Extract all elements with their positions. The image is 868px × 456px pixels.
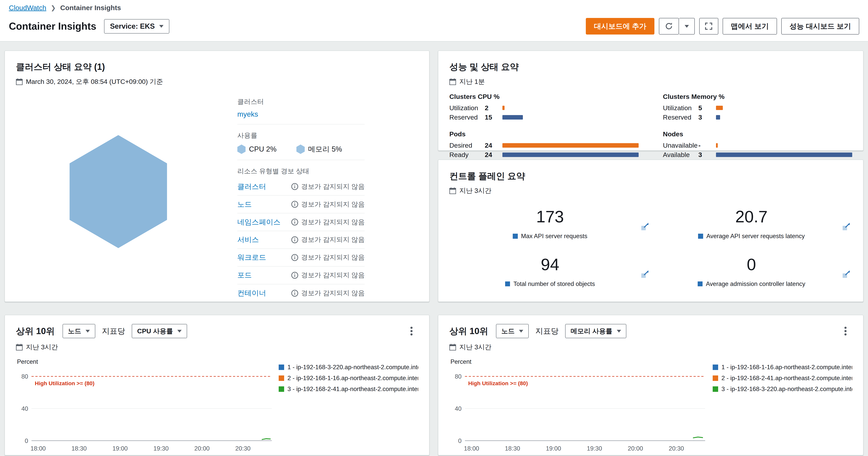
open-in-metrics-button[interactable] (641, 222, 650, 233)
resource-row: 클러스터 경보가 감지되지 않음 (237, 178, 365, 196)
refresh-button[interactable] (659, 18, 679, 34)
chart-legend: 1 - ip-192-168-1-16.ap-northeast-2.compu… (713, 357, 852, 455)
control-plane-panel: 컨트롤 플레인 요약 지난 3시간 173 Max API server req… (438, 160, 864, 302)
threshold-label: High Utilization >= (80) (35, 380, 94, 387)
alarm-status: 경보가 감지되지 않음 (291, 200, 365, 209)
resource-link[interactable]: 클러스터 (237, 182, 266, 192)
metric-legend: Average API server requests latency (664, 233, 839, 240)
x-tick: 20:00 (628, 445, 643, 452)
calendar-icon (450, 78, 456, 85)
info-circle-icon (291, 219, 298, 226)
metric-label: Reserved (663, 114, 699, 121)
divider (237, 124, 365, 124)
dimension-select[interactable]: 노드 (63, 324, 95, 338)
memory-usage-text: 메모리 5% (308, 144, 342, 154)
add-to-dashboard-button[interactable]: 대시보드에 추가 (586, 18, 654, 34)
legend-item[interactable]: 1 - ip-192-168-1-16.ap-northeast-2.compu… (713, 364, 852, 371)
performance-period: 지난 1분 (450, 77, 852, 86)
info-circle-icon (291, 290, 298, 297)
perf-row: Utilization 2 (450, 104, 639, 112)
as-of-text: March 30, 2024, 오후 08:54 (UTC+09:00) 기준 (26, 77, 163, 86)
bar-fill (502, 115, 523, 119)
metric-cell: 20.7 Average API server requests latency (651, 203, 852, 240)
metric-legend: Total number of stored objects (463, 281, 638, 287)
alarm-status-text: 경보가 감지되지 않음 (301, 235, 365, 244)
resource-link[interactable]: 컨테이너 (237, 288, 266, 298)
legend-item[interactable]: 1 - ip-192-168-3-220.ap-northeast-2.comp… (279, 364, 418, 371)
resource-link[interactable]: 포드 (237, 270, 252, 280)
perf-group-title: Nodes (663, 130, 852, 138)
legend-square-icon (713, 375, 718, 381)
dimension-select-label: 노드 (501, 327, 515, 336)
dimension-select[interactable]: 노드 (496, 324, 529, 338)
legend-square-icon (513, 234, 518, 239)
open-in-metrics-button[interactable] (842, 269, 851, 281)
legend-label: 2 - ip-192-168-2-41.ap-northeast-2.compu… (721, 375, 852, 382)
breadcrumb-cloudwatch-link[interactable]: CloudWatch (9, 4, 46, 12)
fullscreen-button[interactable] (699, 18, 718, 34)
y-tick: 0 (458, 437, 462, 444)
cluster-name-link[interactable]: myeks (237, 110, 258, 118)
resource-link[interactable]: 워크로드 (237, 253, 266, 262)
resource-row: 서비스 경보가 감지되지 않음 (237, 231, 365, 249)
resource-link[interactable]: 네임스페이스 (237, 217, 280, 227)
metric-bar (502, 106, 639, 110)
breadcrumb-separator-icon: ❯ (51, 4, 56, 11)
divider (237, 160, 365, 160)
metric-label: Unavailable (663, 142, 699, 149)
alarm-status: 경보가 감지되지 않음 (291, 182, 365, 191)
legend-item[interactable]: 2 - ip-192-168-2-41.ap-northeast-2.compu… (713, 375, 852, 382)
metric-select[interactable]: CPU 사용률 (132, 324, 187, 338)
resource-link[interactable]: 서비스 (237, 235, 259, 245)
open-in-metrics-button[interactable] (641, 269, 650, 281)
legend-item[interactable]: 2 - ip-192-168-1-16.ap-northeast-2.compu… (279, 375, 418, 382)
title-row: Container Insights Service: EKS 대시보드에 추가 (0, 15, 868, 41)
chart-options-menu-button[interactable] (839, 324, 852, 338)
metric-value: 2 (485, 104, 503, 112)
view-in-map-button[interactable]: 맵에서 보기 (723, 18, 777, 34)
metric-big-number: 20.7 (664, 206, 839, 227)
metric-bar (502, 152, 639, 157)
chart-plot[interactable]: Percent High Utilization >= (80) 80 40 0… (450, 357, 713, 455)
cluster-hexagon[interactable] (69, 135, 167, 248)
metric-select[interactable]: 메모리 사용률 (565, 324, 626, 338)
perf-row: Available 3 (663, 150, 852, 159)
metric-label: Available (663, 151, 699, 159)
x-tick: 19:00 (112, 445, 127, 452)
metric-label: Total number of stored objects (513, 281, 595, 287)
kebab-icon (844, 330, 846, 332)
perf-row: Unavailable - (663, 141, 852, 150)
legend-item[interactable]: 3 - ip-192-168-2-41.ap-northeast-2.compu… (279, 386, 418, 393)
chevron-down-icon (519, 330, 523, 333)
open-in-metrics-button[interactable] (842, 222, 851, 233)
chart-plot[interactable]: Percent High Utilization >= (80) 80 40 0… (16, 357, 279, 455)
per-metric-label: 지표당 (102, 326, 125, 337)
metric-label: Desired (450, 142, 485, 149)
x-tick: 18:00 (30, 445, 45, 452)
alarm-status: 경보가 감지되지 않음 (291, 271, 365, 280)
y-tick: 80 (21, 373, 28, 380)
resource-row: 컨테이너 경보가 감지되지 않음 (237, 284, 365, 302)
perf-group-title: Pods (450, 130, 639, 138)
chart-header: 상위 10위 노드 지표당 CPU 사용률 (16, 324, 418, 338)
legend-label: 3 - ip-192-168-3-220.ap-northeast-2.comp… (721, 386, 852, 393)
calendar-icon (16, 344, 23, 350)
x-tick: 18:30 (71, 445, 87, 452)
legend-square-icon (698, 234, 703, 239)
metric-value: 24 (485, 151, 503, 159)
perf-row: Ready 24 (450, 150, 639, 159)
service-select[interactable]: Service: EKS (104, 19, 169, 33)
bar-fill (716, 143, 718, 148)
metric-label: Average API server requests latency (707, 233, 805, 240)
chart-options-menu-button[interactable] (405, 324, 418, 338)
fullscreen-icon (705, 22, 713, 30)
legend-item[interactable]: 3 - ip-192-168-3-220.ap-northeast-2.comp… (713, 386, 852, 393)
resource-row: 네임스페이스 경보가 감지되지 않음 (237, 213, 365, 231)
metric-value: 24 (485, 142, 503, 149)
auto-refresh-dropdown-button[interactable] (679, 18, 695, 34)
view-performance-dashboard-button[interactable]: 성능 대시보드 보기 (781, 18, 859, 34)
y-tick: 80 (455, 373, 462, 380)
resource-link[interactable]: 노드 (237, 200, 252, 209)
service-select-label: Service: EKS (110, 22, 155, 30)
cluster-status-panel: 클러스터 상태 요약 (1) March 30, 2024, 오후 08:54 … (4, 51, 430, 302)
